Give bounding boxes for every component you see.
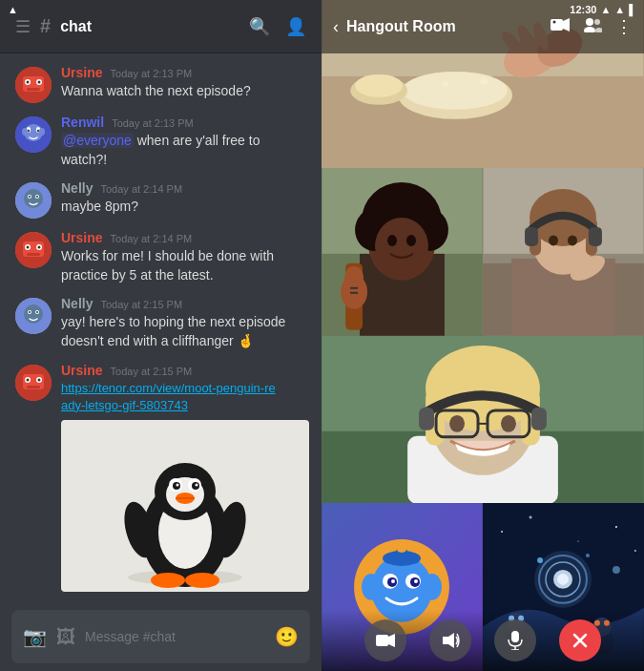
svg-rect-92 [350, 287, 358, 289]
message-group: Nelly Today at 2:14 PM maybe 8pm? [0, 177, 322, 222]
svg-point-139 [615, 526, 617, 528]
chat-header: ☰ # chat 🔍 👤 [0, 0, 322, 53]
svg-point-61 [553, 20, 556, 23]
search-icon[interactable]: 🔍 [249, 16, 270, 37]
status-bar-right: 12:30 ▲ ▲ ▌ [562, 0, 644, 19]
members-icon[interactable]: 👤 [285, 16, 306, 37]
username: Ursine [61, 230, 103, 245]
svg-point-11 [28, 130, 30, 133]
camera-icon[interactable] [551, 17, 570, 37]
timestamp: Today at 2:13 PM [112, 117, 194, 129]
message-header: Renwil Today at 2:13 PM [61, 115, 306, 130]
svg-rect-27 [27, 253, 40, 256]
time: 12:30 [570, 4, 596, 15]
svg-point-39 [38, 378, 41, 381]
call-controls [322, 610, 644, 671]
more-options-icon[interactable]: ⋮ [615, 16, 633, 37]
svg-point-64 [594, 19, 600, 25]
avatar [15, 67, 52, 103]
microphone-button[interactable] [494, 619, 536, 661]
svg-point-5 [38, 81, 41, 84]
avatar [15, 298, 52, 334]
username: Nelly [61, 296, 93, 311]
svg-rect-6 [27, 88, 40, 91]
gif-preview [61, 420, 309, 592]
svg-rect-120 [419, 407, 434, 430]
room-name: Hangout Room [346, 18, 543, 35]
svg-point-132 [423, 574, 442, 600]
emoji-icon[interactable]: 🙂 [275, 625, 299, 648]
svg-point-57 [151, 573, 185, 588]
svg-point-19 [29, 196, 31, 198]
svg-rect-40 [27, 386, 40, 388]
back-button[interactable]: ‹ [333, 17, 339, 37]
svg-point-20 [36, 196, 38, 198]
gif-link[interactable]: https://tenor.com/view/moot-penguin-read… [61, 380, 309, 414]
header-actions: ⋮ [551, 16, 633, 37]
message-placeholder[interactable]: Message #chat [85, 629, 265, 644]
svg-point-119 [501, 414, 516, 431]
end-call-button[interactable] [559, 619, 601, 661]
chat-panel: ▲ ☰ # chat 🔍 👤 [0, 0, 322, 671]
members-icon[interactable] [583, 17, 602, 37]
svg-point-135 [396, 541, 407, 553]
svg-rect-161 [511, 631, 519, 642]
timestamp: Today at 2:15 PM [111, 366, 193, 377]
svg-point-77 [480, 77, 488, 85]
channel-hash-icon: # [40, 15, 51, 37]
video-toggle-button[interactable] [364, 619, 406, 661]
svg-point-69 [403, 72, 508, 110]
avatar [15, 116, 52, 153]
svg-point-103 [568, 235, 577, 245]
video-half-left [322, 168, 483, 336]
svg-point-155 [537, 557, 543, 563]
svg-point-71 [355, 74, 403, 97]
svg-point-129 [391, 579, 395, 583]
wifi-icon: ▲ [614, 4, 625, 15]
svg-point-54 [196, 483, 198, 486]
message-header: Nelly Today at 2:15 PM [61, 296, 306, 311]
svg-point-130 [414, 579, 418, 583]
message-content: Ursine Today at 2:14 PM Works for me! I … [61, 230, 306, 284]
svg-point-14 [39, 128, 45, 136]
svg-point-65 [595, 28, 602, 32]
svg-rect-104 [525, 227, 538, 246]
video-half-right [483, 168, 644, 336]
svg-point-26 [38, 246, 41, 249]
svg-rect-121 [531, 407, 547, 430]
message-text: @everyone when are y'all free to watch?! [61, 132, 306, 169]
svg-marker-60 [563, 18, 570, 31]
message-content: Ursine Today at 2:13 PM Wanna watch the … [61, 65, 306, 103]
message-header: Ursine Today at 2:13 PM [61, 65, 306, 80]
video-cell-glasses-woman [322, 336, 644, 504]
svg-point-13 [22, 128, 28, 136]
svg-point-141 [634, 550, 636, 552]
status-bar-left: ▲ [0, 0, 26, 19]
username: Ursine [61, 65, 103, 80]
svg-point-102 [549, 235, 558, 245]
svg-point-53 [177, 483, 179, 486]
svg-point-63 [584, 27, 595, 32]
timestamp: Today at 2:15 PM [100, 299, 182, 310]
message-group: Renwil Today at 2:13 PM @everyone when a… [0, 111, 322, 173]
svg-point-25 [27, 246, 30, 249]
message-group: Nelly Today at 2:15 PM yay! here's to ho… [0, 292, 322, 354]
image-icon[interactable]: 🖼 [56, 626, 75, 648]
timestamp: Today at 2:14 PM [100, 183, 182, 195]
svg-point-140 [577, 541, 578, 542]
message-text: Works for me! I should be done with prac… [61, 247, 306, 284]
header-actions: 🔍 👤 [249, 16, 306, 37]
message-group: Ursine Today at 2:13 PM Wanna watch the … [0, 61, 322, 107]
svg-point-88 [406, 235, 416, 246]
svg-point-78 [443, 81, 448, 87]
message-text: yay! here's to hoping the next episode d… [61, 313, 306, 350]
svg-point-131 [362, 574, 381, 600]
avatar [15, 365, 52, 401]
svg-point-87 [387, 235, 397, 246]
mention: @everyone [61, 133, 134, 148]
camera-icon[interactable]: 📷 [23, 625, 47, 648]
speaker-button[interactable] [429, 619, 471, 661]
signal-strength-icon: ▲ [8, 4, 18, 15]
svg-point-12 [37, 130, 39, 133]
video-cell-two-people [322, 168, 644, 336]
